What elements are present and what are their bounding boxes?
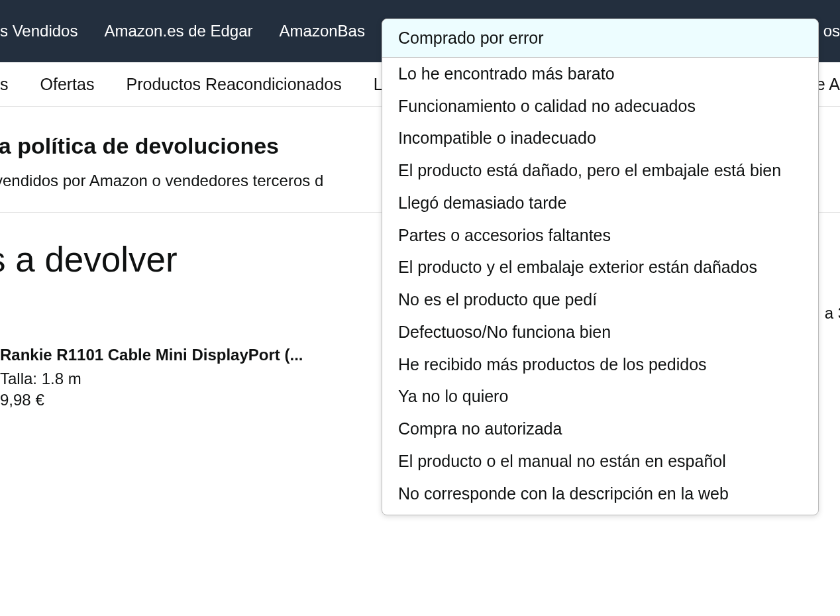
dropdown-item-no-pedido[interactable]: No es el producto que pedí	[382, 283, 818, 316]
dropdown-item-danado-embalaje-bien[interactable]: El producto está dañado, pero el embajal…	[382, 154, 818, 187]
dropdown-item-calidad[interactable]: Funcionamiento o calidad no adecuados	[382, 90, 818, 123]
nav-item-bestsellers[interactable]: s Vendidos	[0, 22, 91, 40]
dropdown-item-todo-danado[interactable]: El producto y el embalaje exterior están…	[382, 251, 818, 283]
dropdown-item-mas-barato[interactable]: Lo he encontrado más barato	[382, 58, 818, 90]
return-reason-dropdown: Comprado por error Lo he encontrado más …	[382, 19, 819, 515]
dropdown-item-no-quiero[interactable]: Ya no lo quiero	[382, 380, 818, 413]
sub-nav-item-ofertas[interactable]: Ofertas	[25, 75, 111, 94]
dropdown-item-no-descripcion[interactable]: No corresponde con la descripción en la …	[382, 478, 818, 515]
dropdown-item-incompatible[interactable]: Incompatible o inadecuado	[382, 122, 818, 154]
dropdown-item-no-autorizada[interactable]: Compra no autorizada	[382, 413, 818, 445]
policy-text-right: a 3	[825, 304, 840, 323]
dropdown-item-tarde[interactable]: Llegó demasiado tarde	[382, 187, 818, 219]
dropdown-item-comprado-error[interactable]: Comprado por error	[382, 19, 818, 58]
nav-item-user-store[interactable]: Amazon.es de Edgar	[91, 22, 266, 40]
nav-item-amazon-basics[interactable]: AmazonBas	[266, 22, 378, 40]
sub-nav-item-reacondicionados[interactable]: Productos Reacondicionados	[110, 75, 357, 94]
dropdown-item-no-espanol[interactable]: El producto o el manual no están en espa…	[382, 445, 818, 478]
dropdown-item-mas-productos[interactable]: He recibido más productos de los pedidos	[382, 348, 818, 381]
dropdown-item-partes-faltantes[interactable]: Partes o accesorios faltantes	[382, 219, 818, 252]
dropdown-item-defectuoso[interactable]: Defectuoso/No funciona bien	[382, 316, 818, 348]
sub-nav-item-fragment[interactable]: s	[0, 75, 25, 94]
